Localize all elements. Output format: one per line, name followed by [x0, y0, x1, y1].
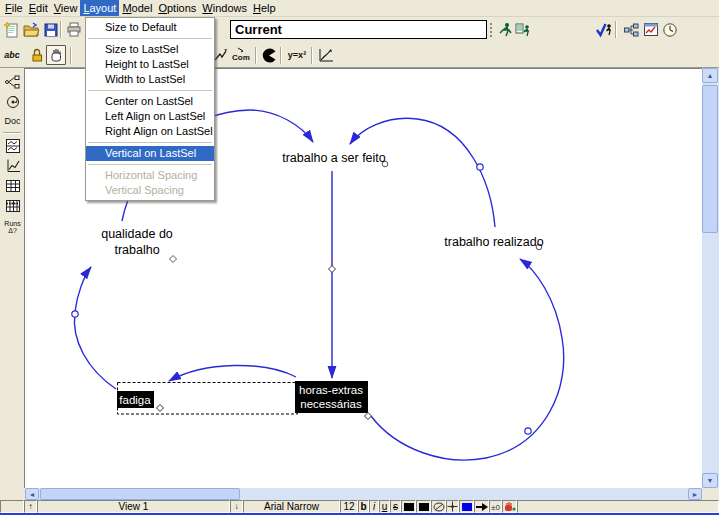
node-fadiga-label[interactable]: fadiga: [119, 394, 151, 406]
model-structure-button[interactable]: [621, 20, 641, 40]
horizontal-scrollbar[interactable]: ◄ ►: [25, 488, 702, 500]
causes-strip-button[interactable]: [2, 136, 23, 155]
print-button[interactable]: [64, 20, 84, 40]
output-windows-button[interactable]: [641, 20, 661, 40]
lock-tool[interactable]: [27, 45, 47, 65]
view-down-button[interactable]: ↓: [230, 500, 243, 513]
underline-button[interactable]: u: [379, 500, 390, 513]
node-qualidade-line1[interactable]: qualidade do: [101, 227, 173, 241]
arc-handle[interactable]: [72, 311, 78, 317]
arc-handle[interactable]: [477, 164, 483, 170]
position-selector[interactable]: [446, 500, 459, 513]
menu-item-size-to-lastsel[interactable]: Size to LastSel: [86, 42, 214, 57]
arc-handle[interactable]: [525, 428, 531, 434]
black-swatch: [404, 503, 414, 511]
dataset-combo[interactable]: [230, 20, 487, 39]
table-button[interactable]: [2, 176, 23, 195]
move-size-tool[interactable]: [46, 45, 66, 65]
table-time-button[interactable]: [2, 196, 23, 215]
strikethrough-button[interactable]: s: [390, 500, 401, 513]
arrow-workdone-to-worktodo[interactable]: [350, 118, 495, 227]
equations-tool[interactable]: y=x²: [285, 45, 309, 65]
save-model-button[interactable]: [41, 20, 61, 40]
delete-tool[interactable]: [259, 45, 279, 65]
shape-selector[interactable]: [431, 500, 446, 513]
menu-view[interactable]: View: [51, 0, 81, 16]
hscroll-thumb[interactable]: [40, 488, 240, 500]
view-up-button[interactable]: ↑: [24, 500, 37, 513]
menu-item-height-to-lastsel[interactable]: Height to LastSel: [86, 57, 214, 72]
comment-tool[interactable]: Com: [230, 45, 252, 65]
polarity-selector[interactable]: ±0: [489, 500, 502, 513]
strip-graph-icon: [5, 138, 21, 154]
open-model-button[interactable]: [21, 20, 41, 40]
runs-label: Runs: [4, 220, 20, 227]
box-color-swatch[interactable]: [416, 500, 431, 513]
lock-icon: [29, 47, 45, 63]
menu-item-left-align-on-lastsel[interactable]: Left Align on LastSel: [86, 109, 214, 124]
simulate-setup-button[interactable]: [513, 20, 533, 40]
arrow-fatigue-to-quality[interactable]: [74, 267, 116, 389]
menu-options[interactable]: Options: [155, 0, 199, 16]
arrow-right-icon: [476, 502, 488, 512]
zigzag-arrow-icon: [214, 47, 230, 63]
scroll-right-button[interactable]: ►: [688, 488, 702, 500]
text-color-swatch[interactable]: [401, 500, 416, 513]
uses-tree-button[interactable]: [2, 92, 23, 111]
node-horas-extras-line1[interactable]: horas-extras: [299, 384, 363, 396]
menu-edit[interactable]: Edit: [26, 0, 51, 16]
menu-item-vertical-spacing[interactable]: Vertical Spacing: [86, 183, 214, 198]
menu-item-right-align-on-lastsel[interactable]: Right Align on LastSel: [86, 124, 214, 139]
menu-windows[interactable]: Windows: [199, 0, 250, 16]
check-syntax-button[interactable]: [594, 20, 614, 40]
shadow-variable-tool[interactable]: [212, 45, 232, 65]
menu-item-center-on-lastsel[interactable]: Center on LastSel: [86, 94, 214, 109]
menu-item-horizontal-spacing[interactable]: Horizontal Spacing: [86, 168, 214, 183]
node-horas-extras-line2[interactable]: necessárias: [300, 398, 362, 410]
font-name-field[interactable]: Arial Narrow: [243, 500, 340, 513]
scroll-up-button[interactable]: ▲: [702, 68, 718, 83]
node-handle-diamond[interactable]: [365, 413, 372, 420]
menu-help[interactable]: Help: [250, 0, 279, 16]
check-runner-icon: [596, 22, 613, 38]
menu-item-vertical-on-lastsel[interactable]: Vertical on LastSel: [86, 146, 214, 161]
scroll-left-button[interactable]: ◄: [25, 488, 39, 500]
chart-window-icon: [643, 22, 659, 38]
menu-item-width-to-lastsel[interactable]: Width to LastSel: [86, 72, 214, 87]
font-size-field[interactable]: 12: [340, 500, 358, 513]
node-handle-diamond[interactable]: [157, 405, 164, 412]
node-trabalho-realizado[interactable]: trabalho realizado: [444, 235, 543, 249]
view-name-field[interactable]: View 1: [37, 500, 230, 513]
vscroll-thumb[interactable]: [702, 85, 718, 233]
time-axis-button[interactable]: [660, 20, 680, 40]
italic-button[interactable]: i: [369, 500, 379, 513]
menu-item-size-to-default[interactable]: Size to Default: [86, 20, 214, 35]
document-button[interactable]: Doc: [2, 112, 23, 131]
new-model-button[interactable]: [2, 20, 22, 40]
arrow-overtime-to-fatigue[interactable]: [169, 365, 296, 381]
node-trabalho-a-ser-feito[interactable]: trabalho a ser feito: [282, 151, 386, 165]
reference-mode-tool[interactable]: [316, 45, 336, 65]
scroll-down-button[interactable]: ▼: [702, 473, 718, 488]
arrow-color-swatch[interactable]: [459, 500, 474, 513]
variable-tool[interactable]: abc: [2, 45, 22, 65]
runner-list-icon: [515, 22, 531, 38]
runs-compare-button[interactable]: Runs Δ?: [2, 216, 23, 238]
causes-tree-button[interactable]: [2, 72, 23, 91]
node-handle-diamond[interactable]: [170, 256, 177, 263]
arrow-handle-diamond[interactable]: [329, 266, 336, 273]
arrow-overtime-to-workdone[interactable]: [371, 259, 564, 460]
menu-separator: [88, 142, 212, 143]
menu-layout[interactable]: Layout: [80, 0, 119, 16]
delay-marker-selector[interactable]: [502, 500, 517, 513]
arrow-width-selector[interactable]: [474, 500, 489, 513]
menu-model[interactable]: Model: [119, 0, 155, 16]
save-floppy-icon: [43, 22, 59, 38]
menu-file[interactable]: File: [2, 0, 26, 16]
graph-button[interactable]: [2, 156, 23, 175]
runs-sub-label: Δ?: [8, 227, 17, 234]
node-qualidade-line2[interactable]: trabalho: [114, 243, 159, 257]
simulate-button[interactable]: [495, 20, 515, 40]
vertical-scrollbar[interactable]: ▲ ▼: [702, 68, 719, 488]
bold-button[interactable]: b: [358, 500, 369, 513]
